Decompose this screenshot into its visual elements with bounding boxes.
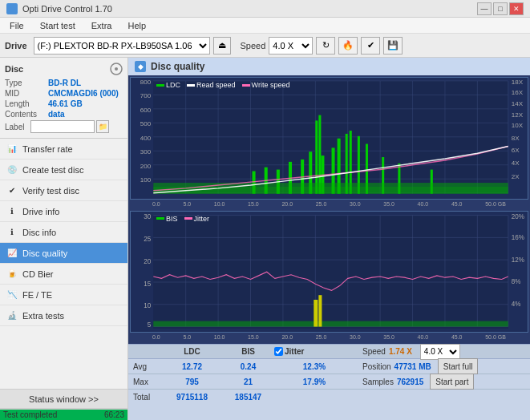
menu-start-test[interactable]: Start test	[34, 19, 82, 32]
status-area: Status window >> Test completed 66:23	[0, 389, 127, 420]
svg-rect-42	[318, 115, 321, 194]
bottom-chart-legend: BIS Jitter	[156, 215, 209, 223]
sidebar-item-disc-info[interactable]: ℹ Disc info	[0, 222, 127, 243]
svg-text:800: 800	[140, 79, 152, 86]
x-label-15: 15.0	[248, 201, 259, 209]
burn-button[interactable]: 🔥	[338, 37, 358, 55]
position-value: 47731 MB	[394, 362, 431, 371]
max-ldc: 795	[162, 378, 222, 386]
svg-text:2X: 2X	[512, 173, 520, 180]
transfer-rate-label: Transfer rate	[22, 144, 73, 154]
stats-area: LDC BIS Jitter Speed 1.74 X 4.0 X Avg 12…	[128, 344, 530, 420]
svg-text:8X: 8X	[512, 135, 520, 142]
svg-rect-43	[153, 183, 508, 194]
jitter-checkbox[interactable]	[274, 347, 283, 356]
x-label-0: 0.0	[152, 201, 160, 209]
drive-info-label: Drive info	[22, 207, 59, 216]
top-chart: 800 700 600 500 400 300 200 100 18X 16X …	[130, 77, 528, 200]
sidebar-item-verify-test-disc[interactable]: ✔ Verify test disc	[0, 180, 127, 201]
length-label: Length	[5, 99, 47, 108]
speed-stat-label: Speed	[362, 347, 386, 356]
eject-button[interactable]: ⏏	[213, 37, 231, 55]
sidebar-item-cd-bier[interactable]: 🍺 CD Bier	[0, 264, 127, 285]
extra-tests-icon: 🔬	[6, 310, 18, 321]
length-value: 46.61 GB	[48, 99, 83, 108]
create-test-label: Create test disc	[22, 165, 83, 175]
x-label-50: 50.0 GB	[485, 201, 506, 209]
title-bar: Opti Drive Control 1.70 — □ ✕	[0, 0, 530, 18]
start-part-button[interactable]: Start part	[430, 374, 474, 390]
menu-file[interactable]: File	[3, 19, 30, 32]
content-area: ◆ Disc quality	[128, 58, 530, 420]
maximize-button[interactable]: □	[493, 2, 508, 15]
status-window-button[interactable]: Status window >>	[0, 390, 127, 409]
chart-header-icon: ◆	[135, 61, 146, 72]
progress-label: Test completed	[3, 410, 57, 420]
samples-value: 762915	[397, 378, 423, 386]
svg-rect-41	[315, 120, 318, 193]
menu-help[interactable]: Help	[121, 19, 152, 32]
sidebar-item-disc-quality[interactable]: 📈 Disc quality	[0, 243, 127, 264]
sidebar-item-drive-info[interactable]: ℹ Drive info	[0, 201, 127, 222]
toolbar: Drive (F:) PLEXTOR BD-R PX-LB950SA 1.06 …	[0, 34, 530, 58]
svg-rect-62	[153, 215, 508, 328]
save-button[interactable]: 💾	[383, 37, 403, 55]
svg-text:4X: 4X	[512, 160, 520, 167]
disc-info-label: Disc info	[22, 228, 56, 237]
svg-text:30: 30	[144, 212, 151, 220]
speed-dropdown[interactable]: 4.0 X	[420, 344, 460, 360]
drive-info-icon: ℹ	[6, 206, 18, 217]
svg-text:600: 600	[140, 107, 152, 114]
minimize-button[interactable]: —	[477, 2, 492, 15]
disc-panel: Disc Type BD-R DL MID CMCMAGDI6 (000) Le…	[0, 58, 127, 139]
svg-text:200: 200	[140, 163, 152, 170]
mid-value: CMCMAGDI6 (000)	[48, 89, 119, 98]
total-ldc: 9715118	[162, 393, 222, 402]
col-ldc-header: LDC	[162, 347, 222, 356]
x-label-30: 30.0	[350, 201, 361, 209]
menu-extra[interactable]: Extra	[85, 19, 119, 32]
drive-select[interactable]: (F:) PLEXTOR BD-R PX-LB950SA 1.06	[34, 37, 210, 55]
legend-jitter: Jitter	[194, 215, 210, 223]
sidebar-item-fe-te[interactable]: 📉 FE / TE	[0, 285, 127, 305]
max-label: Max	[128, 378, 162, 386]
bottom-chart: 30 25 20 15 10 5 20% 16% 12% 8% 4%	[130, 211, 528, 333]
legend-ldc: LDC	[166, 81, 180, 89]
label-folder-icon[interactable]: 📁	[96, 120, 109, 133]
svg-rect-82	[318, 295, 322, 326]
sidebar: Disc Type BD-R DL MID CMCMAGDI6 (000) Le…	[0, 58, 128, 420]
svg-text:20: 20	[144, 256, 151, 265]
mid-label: MID	[5, 89, 47, 98]
close-button[interactable]: ✕	[509, 2, 524, 15]
svg-text:300: 300	[140, 148, 152, 155]
verify-test-icon: ✔	[6, 185, 18, 196]
verify-button[interactable]: ✔	[361, 37, 380, 55]
drive-label: Drive	[5, 41, 27, 50]
sidebar-item-create-test-disc[interactable]: 💿 Create test disc	[0, 160, 127, 180]
disc-title: Disc	[5, 64, 23, 74]
chart-header: ◆ Disc quality	[128, 58, 530, 75]
disc-quality-icon: 📈	[6, 248, 18, 259]
fe-te-icon: 📉	[6, 289, 18, 301]
avg-label: Avg	[128, 362, 162, 371]
svg-text:4%: 4%	[512, 299, 521, 308]
svg-text:5: 5	[148, 320, 152, 329]
x-label-10: 10.0	[214, 201, 225, 209]
refresh-button[interactable]: ↻	[316, 37, 335, 55]
speed-select[interactable]: 4.0 X	[269, 37, 313, 55]
x-label-45: 45.0	[451, 201, 463, 209]
sidebar-item-extra-tests[interactable]: 🔬 Extra tests	[0, 305, 127, 326]
svg-text:500: 500	[140, 120, 152, 127]
sidebar-item-transfer-rate[interactable]: 📊 Transfer rate	[0, 139, 127, 160]
menu-bar: File Start test Extra Help	[0, 18, 530, 34]
label-input[interactable]	[30, 120, 95, 133]
type-label: Type	[5, 79, 47, 87]
start-full-button[interactable]: Start full	[438, 358, 479, 374]
total-label: Total	[128, 393, 162, 402]
svg-text:100: 100	[140, 176, 152, 184]
x-label-40: 40.0	[418, 201, 429, 209]
col-bis-header: BIS	[222, 347, 274, 356]
svg-text:16X: 16X	[512, 90, 524, 97]
x-label-25: 25.0	[316, 201, 327, 209]
stats-total-row: Total 9715118 185147	[128, 390, 530, 405]
